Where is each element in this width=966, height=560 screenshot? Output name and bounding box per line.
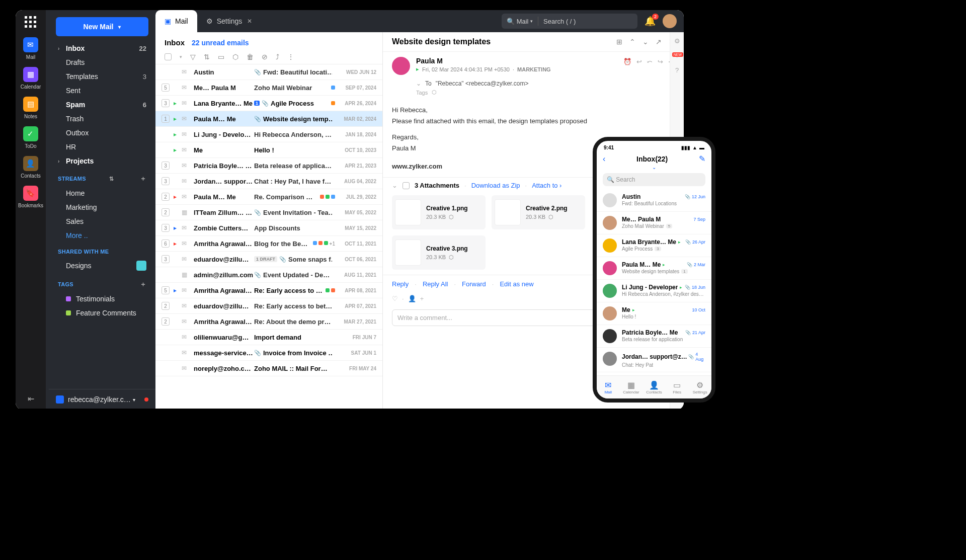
message-row[interactable]: 3 ▸ ✉ Lana Bryante… Me 1📎Agile Process A… <box>155 96 382 111</box>
filter-icon[interactable]: ▽ <box>190 53 196 61</box>
message-row[interactable]: 5 ▸ ✉ Amritha Agrawal… Re: Early access … <box>155 283 382 298</box>
message-row[interactable]: ▸ ✉ Me Hello ! OCT 10, 2023 <box>155 142 382 158</box>
tag-icon[interactable]: ⬡ <box>432 89 437 96</box>
mobile-message-row[interactable]: Austin📎12 Jun Fwd: Beautiful Locations <box>597 189 711 212</box>
forward-link[interactable]: Forward <box>462 280 486 288</box>
attach-to-link[interactable]: Attach to › <box>532 182 561 189</box>
shared-item-designs[interactable]: Designs <box>49 258 155 274</box>
popout-icon[interactable]: ↗ <box>656 38 662 46</box>
folder-projects[interactable]: ›Projects <box>49 154 155 168</box>
sort-icon[interactable]: ⇅ <box>204 53 210 61</box>
notifications-icon[interactable]: 🔔2 <box>645 16 656 27</box>
flag-icon[interactable]: ▸ <box>174 193 179 200</box>
rail-item-bookmarks[interactable]: 🔖Bookmarks <box>18 186 43 208</box>
tab-settings[interactable]: ⚙Settings✕ <box>197 10 262 32</box>
message-row[interactable]: 3 ▸ ✉ Zombie Cutters… le… App Discounts … <box>155 220 382 236</box>
add-icon[interactable]: + <box>420 295 424 302</box>
search-bar[interactable]: 🔍 Mail ▾ Search ( / ) <box>502 14 637 29</box>
gear-icon[interactable]: ⚙ <box>674 37 680 45</box>
attachment-card[interactable]: Creative 2.png20.3 KB ⬡ <box>492 195 585 229</box>
expand-icon[interactable]: ⌄ <box>416 80 421 87</box>
select-all-checkbox[interactable] <box>165 53 172 60</box>
folder-hr[interactable]: HR <box>49 140 155 154</box>
folder-icon[interactable]: ▭ <box>218 53 224 61</box>
mobile-tab-mail[interactable]: ✉Mail <box>597 376 620 398</box>
mobile-tab-settings[interactable]: ⚙Settings <box>688 376 711 398</box>
folder-spam[interactable]: Spam6 <box>49 98 155 112</box>
flag-icon[interactable]: ▸ <box>174 287 179 294</box>
like-icon[interactable]: ♡ <box>392 295 398 302</box>
flag-icon[interactable]: ▸ <box>174 131 179 138</box>
tag-feature-comments[interactable]: Feature Comments <box>49 306 155 320</box>
message-row[interactable]: 2 ▦ ITTeam Zillum… Me 📎Event Invitation … <box>155 205 382 220</box>
reply-link[interactable]: Reply <box>392 280 409 288</box>
message-row[interactable]: 2 ✉ eduardov@zillum.c… Re: Early access … <box>155 298 382 314</box>
flag-icon[interactable]: ▸ <box>174 224 179 231</box>
message-row[interactable]: 2 ▸ ✉ Paula M… Me Re. Comparison … JUL 2… <box>155 189 382 205</box>
folder-sent[interactable]: Sent <box>49 84 155 98</box>
message-row[interactable]: 3 ✉ eduardov@zillum.c… 1 DRAFT📎Some snap… <box>155 252 382 267</box>
reply-all-link[interactable]: Reply All <box>423 280 448 288</box>
mobile-message-row[interactable]: Li Jung - Developer▸📎18 Jun Hi Rebecca A… <box>597 280 711 302</box>
flag-icon[interactable]: ▸ <box>174 240 179 247</box>
folder-inbox[interactable]: ›Inbox22 <box>49 41 155 55</box>
tab-mail[interactable]: ▣Mail <box>155 10 197 32</box>
flag-icon[interactable]: ▸ <box>416 66 419 72</box>
mobile-message-row[interactable]: Me▸10 Oct Hello ! <box>597 302 711 325</box>
new-mail-button[interactable]: New Mail▾ <box>56 17 148 36</box>
block-icon[interactable]: ⊘ <box>262 53 268 61</box>
add-tag-icon[interactable]: ＋ <box>140 280 146 289</box>
edit-as-new-link[interactable]: Edit as new <box>500 280 533 288</box>
compose-icon[interactable]: ✎ <box>699 154 705 164</box>
reply-all-icon[interactable]: ⤺ <box>647 58 653 65</box>
message-row[interactable]: ✉ Austin 📎Fwd: Beautiful locati… WED JUN… <box>155 64 382 80</box>
message-row[interactable]: ✉ message-service@… 📎Invoice from Invoic… <box>155 345 382 361</box>
mobile-tab-contacts[interactable]: 👤Contacts <box>642 376 666 398</box>
flag-icon[interactable]: ▸ <box>174 100 179 107</box>
message-row[interactable]: ✉ noreply@zoho.com Zoho MAIL :: Mail For… <box>155 361 382 376</box>
flag-icon[interactable]: ▸ <box>174 146 179 153</box>
message-row[interactable]: 6 ▸ ✉ Amritha Agrawal… Blog for the Be… … <box>155 236 382 252</box>
share-icon[interactable]: ⤴ <box>276 53 279 61</box>
expand-icon[interactable]: ⌄ <box>392 182 397 189</box>
tag-icon[interactable]: ⬡ <box>232 53 238 61</box>
message-row[interactable]: 2 ✉ Amritha Agrawal… Re: About the demo … <box>155 314 382 330</box>
mobile-message-row[interactable]: Patricia Boyle… Me📎21 Apr Beta release f… <box>597 325 711 348</box>
person-icon[interactable]: 👤 <box>408 295 416 302</box>
more-icon[interactable]: ⋮ <box>287 53 294 61</box>
add-stream-icon[interactable]: ＋ <box>140 174 146 183</box>
mobile-message-row[interactable]: Jordan… support@zylker📎4 Aug Chat: Hey P… <box>597 348 711 372</box>
prev-icon[interactable]: ⌃ <box>629 38 635 46</box>
apps-grid-icon[interactable] <box>25 16 37 28</box>
unread-count-link[interactable]: 22 unread emails <box>192 39 249 47</box>
rail-item-mail[interactable]: ✉Mail <box>18 37 43 60</box>
folder-trash[interactable]: Trash <box>49 112 155 126</box>
rail-collapse-icon[interactable]: ⇤ <box>28 394 34 404</box>
close-icon[interactable]: ✕ <box>247 18 252 25</box>
mobile-message-row[interactable]: Me… Paula M7 Sep Zoho Mail Webinar5 <box>597 212 711 234</box>
download-zip-link[interactable]: Download as Zip <box>471 182 520 189</box>
folder-drafts[interactable]: Drafts <box>49 55 155 69</box>
account-switcher[interactable]: rebecca@zylker.c…▾ <box>49 389 155 409</box>
rail-item-calendar[interactable]: ▦Calendar <box>18 67 43 90</box>
message-row[interactable]: 3 ✉ Patricia Boyle… Me Beta release of a… <box>155 158 382 174</box>
message-row[interactable]: 1 ▸ ✉ Paula M… Me 📎Website design temp… … <box>155 111 382 127</box>
delete-icon[interactable]: 🗑 <box>247 53 254 61</box>
message-row[interactable]: 3 ✉ Jordan… support@… Chat : Hey Pat, I … <box>155 174 382 189</box>
message-row[interactable]: ▸ ✉ Li Jung - Developer Hi Rebecca Ander… <box>155 127 382 142</box>
rail-item-contacts[interactable]: 👤Contacts <box>18 156 43 179</box>
stream-home[interactable]: Home <box>49 186 155 200</box>
message-row[interactable]: 5 ✉ Me… Paula M Zoho Mail Webinar SEP 07… <box>155 80 382 96</box>
forward-icon[interactable]: ↪ <box>658 58 663 65</box>
folder-templates[interactable]: Templates3 <box>49 69 155 84</box>
stream-sales[interactable]: Sales <box>49 214 155 228</box>
tag-testimonials[interactable]: Testimonials <box>49 292 155 306</box>
reply-icon[interactable]: ↩ <box>636 58 642 65</box>
mobile-search[interactable]: 🔍 Search <box>603 173 705 186</box>
mobile-message-row[interactable]: Lana Bryante… Me▸📎26 Apr Agile Process3 <box>597 234 711 257</box>
mobile-tab-calendar[interactable]: ▦Calendar <box>620 376 643 398</box>
flag-icon[interactable]: ▸ <box>174 115 179 122</box>
activity-icon[interactable]: ⊞ <box>616 38 622 46</box>
attachment-card[interactable]: Creative 1.png20.3 KB ⬡ <box>392 195 486 229</box>
attachment-card[interactable]: Creative 3.png20.3 KB ⬡ <box>392 235 486 270</box>
